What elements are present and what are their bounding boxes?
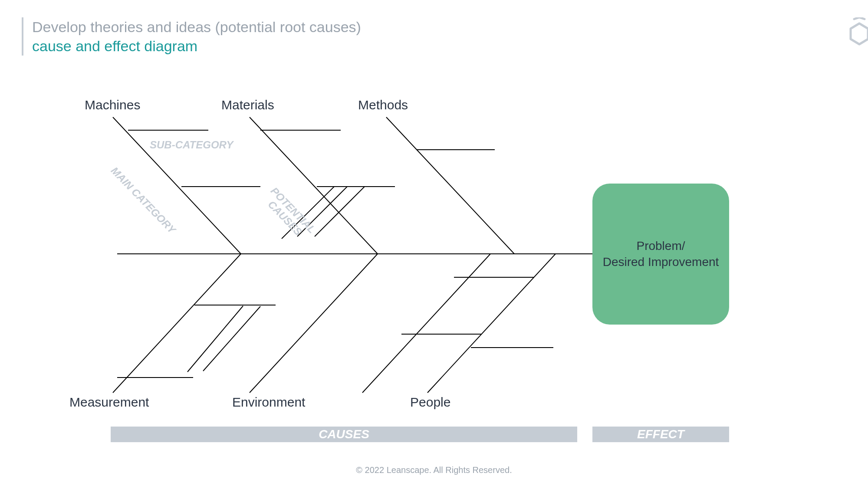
svg-line-18 bbox=[187, 306, 243, 372]
svg-line-7 bbox=[427, 254, 556, 393]
svg-line-4 bbox=[113, 254, 241, 393]
category-measurement: Measurement bbox=[69, 395, 149, 410]
svg-line-19 bbox=[203, 306, 260, 371]
fishbone-diagram: Machines Materials Methods Measurement E… bbox=[0, 0, 868, 486]
annotation-sub-category: SUB-CATEGORY bbox=[150, 139, 233, 151]
category-people: People bbox=[410, 395, 450, 410]
section-causes: CAUSES bbox=[111, 427, 577, 442]
effect-box: Problem/ Desired Improvement bbox=[592, 184, 729, 325]
effect-text: Problem/ Desired Improvement bbox=[603, 238, 719, 270]
section-effect: EFFECT bbox=[592, 427, 729, 442]
category-environment: Environment bbox=[232, 395, 305, 410]
category-materials: Materials bbox=[221, 98, 274, 112]
footer-copyright: © 2022 Leanscape. All Rights Reserved. bbox=[0, 465, 868, 475]
category-machines: Machines bbox=[85, 98, 140, 112]
category-methods: Methods bbox=[358, 98, 408, 112]
svg-line-3 bbox=[386, 117, 514, 254]
fishbone-svg bbox=[0, 0, 868, 486]
svg-line-6 bbox=[362, 254, 490, 393]
svg-line-5 bbox=[250, 254, 378, 393]
